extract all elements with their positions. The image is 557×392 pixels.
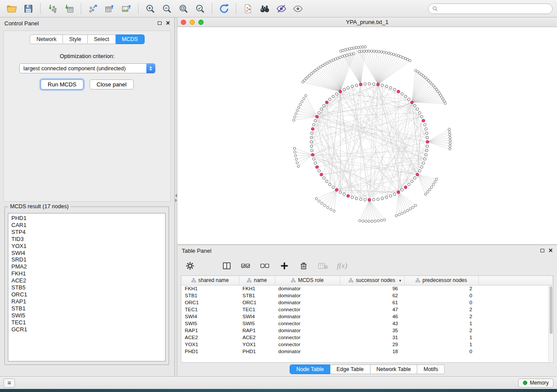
export-table-button[interactable] [102, 2, 117, 16]
network-titlebar[interactable]: YPA_prune.txt_1 [177, 17, 557, 27]
memory-button[interactable]: Memory [518, 378, 554, 388]
select-all-button[interactable] [239, 259, 253, 272]
table-row[interactable]: YOX1YOX1connector291 [181, 341, 553, 348]
cell-predecessor[interactable]: 2 [404, 285, 478, 292]
mcds-result-item[interactable]: RAP1 [8, 298, 165, 305]
cell-successor[interactable]: 43 [340, 320, 404, 327]
import-table-button[interactable] [62, 2, 76, 16]
mcds-result-item[interactable]: ORC1 [8, 291, 165, 298]
split-view-button[interactable] [220, 259, 233, 272]
hide-selected-button[interactable] [274, 2, 289, 16]
search-network-button[interactable] [257, 2, 272, 16]
sort-dropdown-icon[interactable]: ▾ [399, 278, 401, 283]
cell-shared_name[interactable]: FKH1 [181, 285, 239, 292]
cell-role[interactable]: dominator [275, 299, 340, 306]
mcds-result-item[interactable]: SRD1 [8, 256, 165, 263]
zoom-fit-button[interactable] [176, 2, 191, 16]
cell-shared_name[interactable]: RAP1 [181, 327, 239, 334]
table-row[interactable]: ACE2ACE2connector311 [181, 334, 553, 341]
table-row[interactable]: ORC1ORC1dominator610 [181, 299, 553, 306]
cell-name[interactable]: PHD1 [239, 348, 275, 355]
search-input[interactable] [441, 6, 549, 12]
mcds-result-item[interactable]: SWI4 [8, 250, 165, 257]
add-column-button[interactable] [278, 259, 291, 272]
zoom-in-button[interactable] [143, 2, 158, 16]
cell-role[interactable]: dominator [275, 313, 340, 320]
run-mcds-button[interactable]: Run MCDS [41, 79, 83, 89]
cell-predecessor[interactable]: 1 [404, 334, 478, 341]
table-row[interactable]: SWI5SWI5connector431 [181, 320, 553, 327]
export-image-button[interactable] [119, 2, 134, 16]
cell-shared_name[interactable]: ACE2 [181, 334, 239, 341]
table-row[interactable]: SWI4SWI4dominator462 [181, 313, 553, 320]
cell-successor[interactable]: 61 [340, 299, 404, 306]
table-row[interactable]: FKH1FKH1dominator962 [181, 285, 553, 292]
cell-role[interactable]: connector [275, 334, 340, 341]
cell-successor[interactable]: 96 [340, 285, 404, 292]
cell-successor[interactable]: 31 [340, 334, 404, 341]
close-table-panel-icon[interactable]: × [549, 248, 553, 253]
cell-successor[interactable]: 29 [340, 341, 404, 348]
column-header-MCDS-role[interactable]: MCDS role [275, 276, 340, 285]
close-panel-button[interactable]: Close panel [90, 79, 134, 89]
open-file-button[interactable] [4, 2, 19, 16]
panel-splitter[interactable] [175, 17, 177, 376]
deselect-all-button[interactable] [259, 259, 272, 272]
zoom-out-button[interactable] [159, 2, 174, 16]
cell-name[interactable]: FKH1 [239, 285, 275, 292]
mcds-result-item[interactable]: STB5 [8, 284, 165, 291]
table-row[interactable]: STB1STB1dominator620 [181, 292, 553, 299]
show-all-button[interactable] [291, 2, 305, 16]
cell-role[interactable]: dominator [275, 292, 340, 299]
cell-successor[interactable]: 35 [340, 327, 404, 334]
mcds-result-item[interactable]: PMA2 [8, 263, 165, 270]
tab-network[interactable]: Network [30, 34, 63, 44]
close-panel-icon[interactable]: × [166, 21, 170, 26]
cell-name[interactable]: STB1 [239, 292, 275, 299]
mcds-result-item[interactable]: TEC1 [8, 319, 165, 326]
import-network-button[interactable] [45, 2, 60, 16]
cell-shared_name[interactable]: SWI4 [181, 313, 239, 320]
cell-successor[interactable]: 46 [340, 313, 404, 320]
cell-successor[interactable]: 18 [340, 348, 404, 355]
float-table-panel-icon[interactable] [540, 249, 544, 252]
column-settings-button[interactable] [183, 259, 197, 272]
cell-predecessor[interactable]: 2 [404, 327, 478, 334]
export-network-button[interactable] [86, 2, 100, 16]
mcds-result-item[interactable]: SWI5 [8, 312, 165, 319]
share-network-button[interactable] [241, 2, 256, 16]
cell-successor[interactable]: 47 [340, 306, 404, 313]
cell-predecessor[interactable]: 2 [404, 306, 478, 313]
refresh-button[interactable] [217, 2, 232, 16]
mcds-result-list[interactable]: PHD1CAR1STP4TID3YOX1SWI4SRD1PMA2FKH1ACE2… [8, 213, 166, 361]
save-session-button[interactable] [21, 2, 36, 16]
zoom-selected-button[interactable] [193, 2, 208, 16]
column-header-successor-nodes[interactable]: successor nodes▾ [340, 276, 404, 285]
mcds-result-item[interactable]: STP4 [8, 229, 165, 236]
cell-name[interactable]: ACE2 [239, 334, 275, 341]
tab-node-table[interactable]: Node Table [290, 364, 330, 374]
tab-style[interactable]: Style [63, 34, 88, 44]
cell-name[interactable]: SWI5 [239, 320, 275, 327]
table-scrollbar-thumb[interactable] [550, 286, 553, 334]
cell-name[interactable]: SWI4 [239, 313, 275, 320]
cell-predecessor[interactable]: 0 [404, 292, 478, 299]
cell-predecessor[interactable]: 1 [404, 341, 478, 348]
mcds-result-item[interactable]: PHD1 [8, 215, 165, 222]
tab-select[interactable]: Select [88, 34, 116, 44]
delete-table-button[interactable] [316, 259, 329, 272]
cell-predecessor[interactable]: 2 [404, 313, 478, 320]
cell-shared_name[interactable]: SWI5 [181, 320, 239, 327]
function-builder-button[interactable]: f(x) [336, 259, 349, 272]
cell-role[interactable]: dominator [275, 327, 340, 334]
cell-name[interactable]: YOX1 [239, 341, 275, 348]
mcds-result-item[interactable]: FKH1 [8, 270, 165, 277]
cell-shared_name[interactable]: STB1 [181, 292, 239, 299]
network-graph-canvas[interactable] [177, 27, 557, 244]
table-row[interactable]: TEC1TEC1connector472 [181, 306, 553, 313]
cell-predecessor[interactable]: 0 [404, 299, 478, 306]
float-panel-icon[interactable] [158, 21, 162, 25]
mcds-result-item[interactable]: STB1 [8, 305, 165, 312]
tab-edge-table[interactable]: Edge Table [330, 364, 370, 374]
mcds-result-item[interactable]: CAR1 [8, 222, 165, 229]
